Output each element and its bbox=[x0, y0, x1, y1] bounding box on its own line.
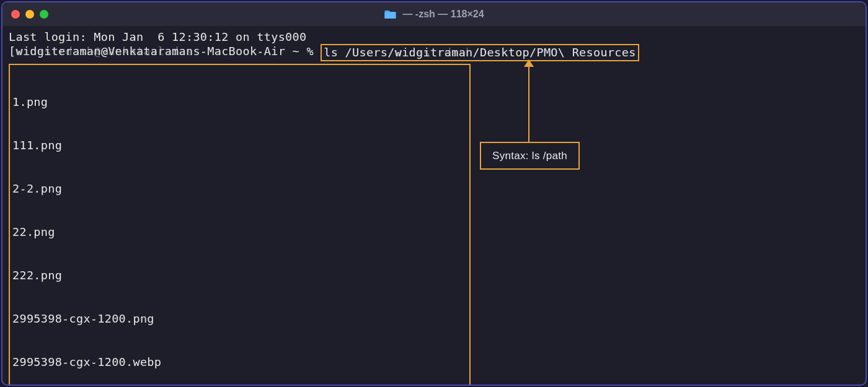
command-prefix: ls /Users/ bbox=[324, 46, 394, 59]
prompt-bracket: [ bbox=[9, 44, 16, 61]
last-login-line: Last login: Mon Jan 6 12:30:12 on ttys00… bbox=[9, 30, 859, 44]
output-line: 2995398-cgx-1200.webp bbox=[12, 355, 467, 369]
minimize-button[interactable] bbox=[25, 10, 34, 19]
command-suffix: /Desktop/PMO\ Resources bbox=[473, 46, 636, 59]
terminal-body[interactable]: Last login: Mon Jan 6 12:30:12 on ttys00… bbox=[2, 26, 866, 386]
prompt-line: [widgiteraman@Venkataramansvinastrdash@v… bbox=[9, 44, 859, 61]
output-line: 2-2.png bbox=[12, 181, 467, 196]
window-title: — -zsh — 118×24 bbox=[402, 9, 484, 20]
annotation-label: Syntax: ls /path bbox=[480, 142, 580, 170]
output-highlight-box: 1.png 111.png 2-2.png 22.png 222.png 299… bbox=[9, 64, 471, 386]
close-button[interactable] bbox=[11, 10, 20, 19]
terminal-window: — -zsh — 118×24 Last login: Mon Jan 6 12… bbox=[1, 1, 867, 386]
output-line: 1.png bbox=[12, 95, 467, 109]
command-user-overlay: widgitramanvinastrdash bbox=[395, 45, 473, 59]
folder-icon bbox=[384, 9, 396, 19]
output-line: 2995398-cgx-1200.png bbox=[12, 311, 467, 326]
output-line: 111.png bbox=[12, 138, 467, 152]
prompt-tail: -MacBook-Air ~ % bbox=[200, 44, 321, 61]
traffic-lights bbox=[11, 10, 48, 19]
output-line: 222.png bbox=[12, 268, 467, 282]
window-title-group: — -zsh — 118×24 bbox=[384, 9, 484, 20]
maximize-button[interactable] bbox=[40, 10, 48, 19]
command-highlight-box: ls /Users/widgitramanvinastrdash/Desktop… bbox=[321, 44, 639, 61]
annotation-arrow-line bbox=[528, 63, 529, 142]
prompt-user: widgiteraman@Venkataramansvinastrdash@va… bbox=[16, 44, 200, 61]
output-line: 22.png bbox=[12, 225, 467, 239]
title-bar: — -zsh — 118×24 bbox=[2, 2, 866, 26]
